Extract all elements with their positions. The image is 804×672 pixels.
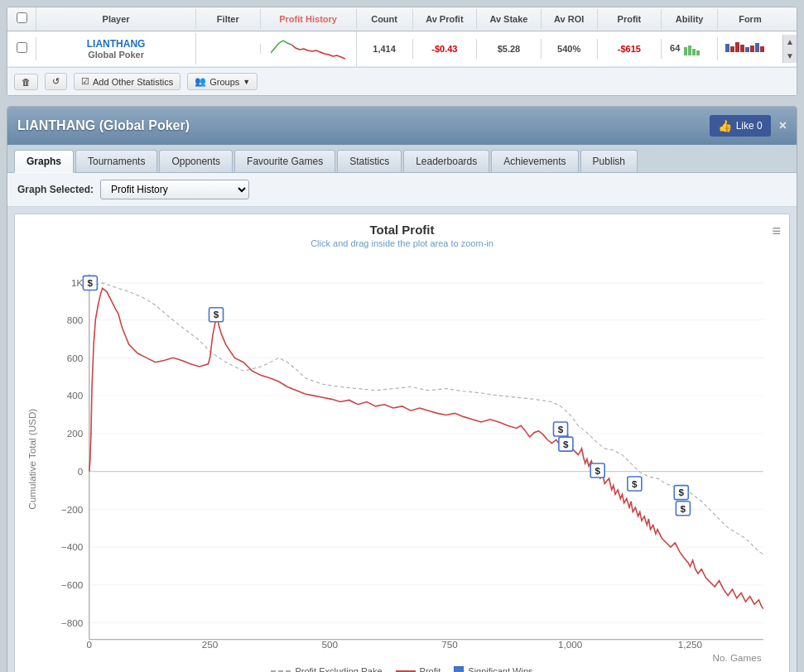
svg-text:$: $ [88,277,94,288]
header-player: Player [36,9,196,29]
player-sub: Global Poker [43,50,189,60]
header-form: Form [718,9,782,29]
filter-cell [196,44,261,54]
legend-significant-wins-label: Significant Wins [468,666,532,672]
av-roi-cell: 540% [542,39,598,59]
tab-statistics[interactable]: Statistics [337,150,402,172]
legend-profit-label: Profit [420,666,441,672]
profit-excl-rake-line [89,283,763,554]
groups-button[interactable]: 👥 Groups ▼ [187,73,258,90]
select-all-checkbox[interactable] [17,12,27,23]
form-cell [718,35,782,63]
header-av-stake: Av Stake [477,9,542,29]
top-table: Player Filter Profit History Count Av Pr… [7,7,797,96]
header-check[interactable] [7,7,36,31]
svg-text:1,000: 1,000 [558,639,583,650]
svg-text:500: 500 [322,639,339,650]
scroll-up-arrow[interactable]: ▲ [783,35,797,49]
tab-graphs[interactable]: Graphs [14,150,74,173]
svg-text:$: $ [632,478,638,489]
legend-significant-wins-box [454,666,464,672]
row-checkbox[interactable] [17,42,27,53]
panel-title: LIANTHANG (Global Poker) [17,118,190,133]
svg-rect-9 [750,46,754,52]
svg-text:0: 0 [87,639,93,650]
tab-achievements[interactable]: Achievements [491,150,578,172]
add-stats-button[interactable]: ☑ Add Other Statistics [74,73,181,90]
svg-rect-6 [735,42,739,52]
svg-text:200: 200 [67,428,84,439]
trash-icon: 🗑 [22,77,31,87]
refresh-button[interactable]: ↺ [45,73,67,90]
tabs-bar: Graphs Tournaments Opponents Favourite G… [7,145,797,173]
legend-profit-excl-rake: Profit Excluding Rake [271,666,382,672]
svg-rect-10 [755,43,759,52]
legend-profit-excl-rake-label: Profit Excluding Rake [295,666,382,672]
form-chart-svg [725,40,775,56]
graph-selector-label: Graph Selected: [17,184,94,195]
header-profit-history: Profit History [261,9,357,29]
tab-tournaments[interactable]: Tournaments [75,150,157,172]
profit-history-cell[interactable] [261,31,357,66]
svg-text:1K: 1K [71,277,84,288]
av-stake-cell: $5.28 [477,39,542,59]
svg-rect-0 [684,47,687,55]
header-profit: Profit [598,9,662,29]
svg-text:750: 750 [441,639,458,650]
player-name[interactable]: LIANTHANG [43,38,189,50]
scroll-down-arrow[interactable]: ▼ [783,49,797,63]
tab-opponents[interactable]: Opponents [159,150,233,172]
like-label: Like 0 [736,120,763,132]
svg-text:$: $ [563,439,569,449]
legend-profit: Profit [396,666,441,672]
main-panel: LIANTHANG (Global Poker) 👍 Like 0 × Grap… [7,106,797,672]
header-av-roi: Av ROI [542,9,598,29]
profit-cell: -$615 [598,39,662,59]
svg-rect-4 [725,44,729,52]
mini-chart-svg [271,36,345,60]
chart-title: Total Profit [23,223,781,237]
count-cell: 1,414 [357,39,413,59]
svg-rect-2 [692,49,696,55]
svg-text:−200: −200 [61,504,84,515]
svg-rect-3 [696,50,700,55]
tab-favourite-games[interactable]: Favourite Games [234,150,335,172]
tab-leaderboards[interactable]: Leaderboards [403,150,489,172]
svg-text:400: 400 [67,390,84,401]
svg-rect-1 [688,46,691,55]
svg-text:$: $ [595,465,600,476]
delete-button[interactable]: 🗑 [14,74,38,90]
main-chart-svg[interactable]: Cumulative Total (USD) 1K 800 600 400 [23,257,781,661]
svg-text:$: $ [679,487,685,497]
scroll-bar[interactable]: ▲ ▼ [782,35,797,63]
header-filter: Filter [196,9,261,29]
chart-menu-button[interactable]: ≡ [772,223,781,240]
tab-publish[interactable]: Publish [580,150,638,172]
close-button[interactable]: × [779,118,787,133]
chart-area: Total Profit Click and drag inside the p… [14,214,790,672]
chart-svg-wrap[interactable]: Cumulative Total (USD) 1K 800 600 400 [23,257,781,672]
header-av-profit: Av Profit [413,9,478,29]
svg-rect-8 [745,47,749,52]
svg-text:No. Games: No. Games [712,652,761,661]
svg-rect-5 [730,46,734,52]
panel-header: LIANTHANG (Global Poker) 👍 Like 0 × [7,107,797,145]
graph-selector-dropdown[interactable]: Profit History ROI History Stake History… [100,180,249,199]
svg-text:Cumulative Total (USD): Cumulative Total (USD) [26,409,37,510]
ability-value: 64 [670,43,680,53]
chart-subtitle: Click and drag inside the plot area to z… [23,238,781,248]
add-icon: ☑ [81,76,89,87]
toolbar: 🗑 ↺ ☑ Add Other Statistics 👥 Groups ▼ [7,67,797,95]
svg-text:$: $ [214,309,219,319]
player-cell[interactable]: LIANTHANG Global Poker [36,33,196,65]
svg-text:−600: −600 [61,579,84,590]
like-button[interactable]: 👍 Like 0 [710,115,771,137]
ability-bars [684,42,709,55]
graph-selector: Graph Selected: Profit History ROI Histo… [7,173,797,207]
row-check[interactable] [7,37,36,60]
svg-text:−800: −800 [61,617,84,628]
header-ability: Ability [662,9,718,29]
svg-text:$: $ [681,503,686,514]
svg-rect-7 [740,45,744,52]
svg-text:1,250: 1,250 [678,639,703,650]
